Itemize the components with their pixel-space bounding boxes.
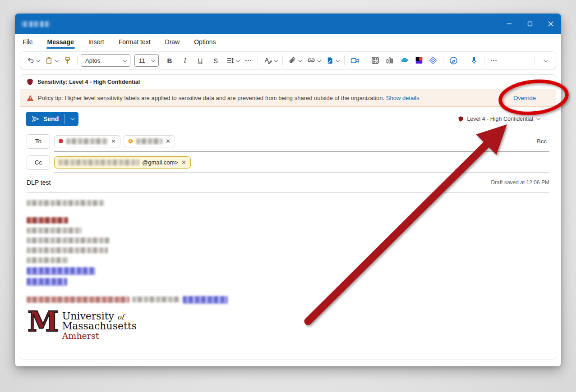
text-pen-chevron: [274, 58, 278, 62]
ribbon-tabs: File Message Insert Format text Draw Opt…: [15, 34, 561, 51]
more-toolbar-options-button[interactable]: [488, 54, 500, 67]
warning-triangle-icon: [27, 95, 34, 101]
remove-recipient-icon[interactable]: ✕: [166, 138, 170, 144]
policy-tip-text: Policy tip: Higher level sensitivity lab…: [38, 95, 419, 101]
sensitivity-bar: Sensitivity: Level 4 - High Confidential: [20, 75, 556, 90]
to-button[interactable]: To: [27, 134, 50, 149]
line-spacing-button[interactable]: [224, 54, 241, 67]
maximize-button[interactable]: [520, 14, 540, 34]
salesforce-cloud-icon: [400, 55, 410, 65]
font-family-chevron: [123, 58, 127, 62]
redacted-website-link[interactable]: [27, 278, 67, 285]
cc-button[interactable]: Cc: [27, 155, 50, 170]
cc-field[interactable]: @gmail.com> ✕: [54, 152, 549, 173]
salesforce-addin-button[interactable]: [397, 54, 412, 67]
redacted-help-link[interactable]: [183, 296, 228, 303]
umass-monogram: M: [28, 310, 58, 334]
recipient-pill[interactable]: ✕: [124, 135, 175, 147]
tab-draw[interactable]: Draw: [165, 38, 180, 49]
maximize-icon: [527, 21, 533, 27]
apps-button[interactable]: [369, 54, 382, 67]
redacted-body-text: [27, 200, 104, 206]
undo-icon: [26, 56, 35, 65]
toolbar-divider: [443, 55, 443, 65]
presence-away-icon: [128, 139, 133, 144]
send-options-button[interactable]: [65, 112, 78, 126]
subject-row: DLP test Draft saved at 12:06 PM: [27, 173, 549, 192]
to-field[interactable]: ✕ ✕ Bcc: [54, 131, 549, 152]
paste-icon: [45, 56, 53, 65]
text-pen-style-button[interactable]: [261, 54, 279, 67]
redacted-phone-text: [132, 296, 180, 302]
send-icon: [32, 115, 40, 123]
tab-insert[interactable]: Insert: [88, 38, 104, 49]
redacted-signature-address: [27, 247, 108, 253]
remove-recipient-icon[interactable]: ✕: [111, 138, 116, 144]
send-button[interactable]: Send: [26, 112, 78, 126]
redacted-recipient-name: [66, 138, 108, 144]
poll-bars-icon: [385, 56, 394, 65]
sensitivity-selector[interactable]: Level 4 - High Confidential: [458, 116, 550, 122]
remove-recipient-icon[interactable]: ✕: [181, 160, 186, 165]
paste-button[interactable]: [42, 54, 60, 67]
line-spacing-icon: [226, 56, 235, 65]
bcc-toggle[interactable]: Bcc: [537, 138, 549, 145]
redacted-email-link[interactable]: [27, 267, 95, 274]
to-field-row: To ✕ ✕ Bcc: [20, 131, 556, 152]
dictate-button[interactable]: [467, 54, 481, 67]
undo-dropdown-chevron: [36, 58, 41, 62]
recipient-email-suffix: @gmail.com>: [142, 159, 178, 166]
tab-format-text[interactable]: Format text: [119, 38, 151, 49]
insert-link-button[interactable]: [304, 54, 323, 67]
sensitivity-shield-icon: [458, 116, 464, 122]
strikethrough-icon: S: [211, 57, 221, 64]
addin-button[interactable]: [413, 54, 425, 67]
editor-button[interactable]: [447, 54, 461, 67]
format-painter-button[interactable]: [61, 54, 74, 67]
signature-button[interactable]: [323, 54, 341, 67]
ellipsis-icon: [244, 57, 252, 64]
titlebar: [15, 14, 561, 34]
italic-button[interactable]: I: [178, 54, 192, 67]
compose-window: File Message Insert Format text Draw Opt…: [15, 14, 561, 366]
apps-grid-icon: [371, 56, 380, 65]
tab-options[interactable]: Options: [194, 38, 216, 49]
font-size-chevron: [151, 58, 156, 62]
attach-file-button[interactable]: [286, 54, 304, 67]
bold-button[interactable]: B: [162, 54, 177, 67]
sensitivity-selector-chevron: [536, 116, 541, 120]
override-link[interactable]: Override: [513, 95, 549, 101]
undo-button[interactable]: [24, 54, 41, 67]
italic-icon: I: [180, 57, 190, 64]
ellipsis-icon: [490, 57, 498, 64]
compose-card: Sensitivity: Level 4 - High Confidential…: [20, 74, 556, 360]
external-recipient-pill[interactable]: @gmail.com> ✕: [54, 156, 191, 169]
underline-button[interactable]: U: [193, 54, 207, 67]
subject-input[interactable]: DLP test: [27, 179, 51, 186]
polls-button[interactable]: [383, 54, 396, 67]
more-formatting-button[interactable]: [242, 54, 254, 67]
umass-logo: M University of Massachusetts Amherst: [28, 310, 549, 340]
minimize-button[interactable]: [499, 14, 520, 34]
redacted-help-center-text: [27, 296, 129, 303]
toolbar-divider: [484, 55, 484, 65]
redacted-recipient-name: [136, 138, 162, 144]
tab-file[interactable]: File: [23, 38, 33, 49]
teams-meeting-button[interactable]: [348, 54, 362, 67]
strikethrough-button[interactable]: S: [208, 54, 223, 67]
font-size-select[interactable]: 11: [134, 54, 159, 67]
show-details-link[interactable]: Show details: [386, 95, 419, 101]
shapes-addin-button[interactable]: [426, 54, 440, 67]
collapse-ribbon-button[interactable]: [538, 54, 552, 67]
attach-chevron: [298, 58, 303, 62]
recipient-pill[interactable]: ✕: [54, 135, 120, 147]
tab-message[interactable]: Message: [47, 38, 74, 49]
addin-logo-icon: [415, 56, 423, 64]
font-family-select[interactable]: Aptos: [81, 54, 130, 67]
bold-icon: B: [165, 57, 175, 64]
message-body[interactable]: M University of Massachusetts Amherst: [20, 192, 556, 360]
formatting-toolbar: Aptos 11 B I U S: [20, 51, 556, 69]
redacted-recipient-email: [59, 160, 139, 165]
text-pen-icon: [263, 56, 272, 65]
close-button[interactable]: [540, 14, 561, 34]
